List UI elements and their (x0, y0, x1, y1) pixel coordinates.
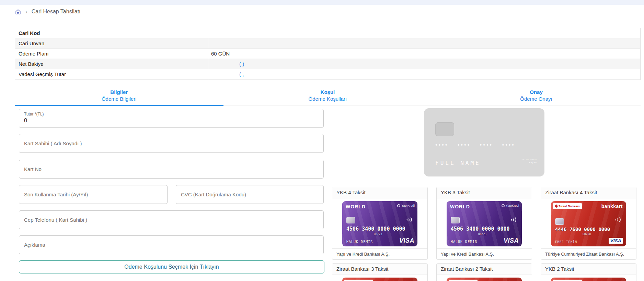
amount-label: Tutar *(TL) (24, 112, 319, 117)
phone-field[interactable] (19, 210, 324, 229)
card-holder: HALUK DEMIR (346, 240, 373, 244)
ziraat-bankkart-card-image: Ziraat Bankası bankkart 4446 7600 0000 0… (342, 278, 417, 281)
installment-title: YKB 3 Taksit (437, 187, 532, 198)
card-number: 4446 7600 0000 0000 (555, 227, 622, 232)
installment-title: YKB 4 Taksit (332, 187, 427, 198)
description-input[interactable] (24, 236, 319, 254)
table-row: Cari Ünvan (15, 38, 640, 49)
expiry-field[interactable] (19, 185, 168, 204)
home-icon[interactable] (15, 9, 21, 15)
installment-title: Ziraat Bankası 3 Taksit (332, 264, 427, 275)
ziraat-bankkart-card-image: Ziraat Bankası bankkart 4446 7600 0000 0… (551, 278, 626, 281)
phone-input[interactable] (24, 211, 319, 229)
contactless-icon (614, 216, 621, 224)
card-holder-name: FULL NAME (435, 160, 481, 166)
ykb-world-card-image: WORLD YapıKredi 4506 3400 0000 0000 08/2… (342, 201, 417, 246)
amount-field[interactable]: Tutar *(TL) (19, 109, 324, 128)
card-number: 4506 3400 0000 0000 (451, 226, 518, 232)
row-label: Ödeme Planı (15, 49, 209, 59)
contactless-icon (509, 216, 517, 224)
ziraat-bank-logo: Ziraat Bankası (553, 203, 582, 209)
expiry-input[interactable] (24, 185, 162, 204)
chevron-right-icon: › (25, 9, 27, 15)
card-chip-icon (346, 217, 355, 223)
row-value: ( ) (209, 59, 640, 69)
row-label: Cari Ünvan (15, 38, 209, 48)
tab-subtitle: Ödeme Onayı (520, 96, 552, 102)
installment-title: YKB 2 Taksit (541, 264, 636, 275)
row-label: Net Bakiye (15, 59, 209, 69)
installment-title: Ziraat Bankası 2 Taksit (437, 264, 532, 275)
installment-option-ykb-2[interactable]: YKB 2 Taksit Ziraat Bankası bankkart 444… (541, 263, 636, 281)
row-value (209, 38, 640, 48)
ykb-bank-logo: YapıKredi (502, 204, 519, 207)
select-payment-condition-button[interactable]: Ödeme Koşulunu Seçmek İçin Tıklayın (19, 260, 324, 273)
cvc-input[interactable] (181, 185, 319, 204)
top-accent-strip (0, 0, 644, 5)
account-info-table: Cari Kod Cari Ünvan Ödeme Planı 60 GÜN N… (15, 28, 641, 80)
tab-odeme-bilgileri[interactable]: Bilgiler Ödeme Bilgileri (15, 85, 223, 106)
breadcrumb: › Cari Hesap Tahsilatı (15, 8, 81, 16)
row-label: Vadesi Geçmiş Tutar (15, 69, 209, 80)
ziraat-bank-logo: Ziraat Bankası (553, 280, 582, 281)
installment-bank-name: Türkiye Cumhuriyeti Ziraat Bankası A.Ş. (541, 248, 636, 260)
valid-thru-value: ••/•• (521, 160, 537, 164)
page-title: Cari Hesap Tahsilatı (32, 9, 81, 15)
card-holder-field[interactable] (19, 134, 324, 153)
row-value (209, 28, 640, 38)
card-number-field[interactable] (19, 160, 324, 179)
card-chip-icon (555, 218, 564, 225)
amount-input[interactable] (24, 118, 319, 124)
payment-steps-tabs: Bilgiler Ödeme Bilgileri Koşul Ödeme Koş… (15, 85, 641, 106)
installment-option-ziraat-2[interactable]: Ziraat Bankası 2 Taksit Ziraat Bankası b… (436, 263, 532, 281)
visa-logo: VISA (609, 238, 623, 244)
row-value: 60 GÜN (209, 49, 640, 59)
installment-card-image: WORLD YapıKredi 4506 3400 0000 0000 08/2… (332, 198, 427, 248)
tab-odeme-onayi[interactable]: Onay Ödeme Onayı (432, 85, 641, 106)
tab-title: Onay (530, 89, 543, 95)
tab-subtitle: Ödeme Koşulları (309, 96, 347, 102)
card-holder-input[interactable] (24, 134, 319, 152)
ykb-bank-logo: YapıKredi (397, 204, 415, 207)
card-expiry: 00/00 (583, 233, 591, 236)
tab-odeme-kosullari[interactable]: Koşul Ödeme Koşulları (223, 85, 432, 106)
card-expiry: 08/23 (478, 233, 486, 236)
installment-option-ziraat-4[interactable]: Ziraat Bankası 4 Taksit Ziraat Bankası b… (541, 187, 636, 260)
card-preview: •••• •••• •••• •••• FULL NAME VALID THRU… (424, 108, 544, 176)
installment-title: Ziraat Bankası 4 Taksit (541, 187, 636, 198)
tab-title: Bilgiler (110, 89, 128, 95)
card-number-input[interactable] (24, 160, 319, 178)
ziraat-bankkart-card-image: Ziraat Bankası bankkart 4446 7600 0000 0… (551, 201, 626, 246)
ziraat-bank-logo: Ziraat Bankası (344, 280, 373, 281)
cari-hesap-tahsilati-page: › Cari Hesap Tahsilatı Cari Kod Cari Ünv… (0, 0, 644, 281)
installment-bank-name: Yapı ve Kredi Bankası A.Ş. (332, 248, 427, 260)
table-row: Cari Kod (15, 28, 640, 38)
card-valid-thru: VALID THRU ••/•• (521, 158, 537, 164)
installment-card-image: WORLD YapıKredi 4506 3400 0000 0000 08/2… (437, 198, 532, 248)
description-field[interactable] (19, 235, 324, 254)
table-row: Ödeme Planı 60 GÜN (15, 49, 640, 59)
card-number: 4506 3400 0000 0000 (346, 226, 413, 232)
row-value: ( , (209, 69, 640, 80)
installment-card-image: Ziraat Bankası bankkart 4446 7600 0000 0… (332, 275, 427, 281)
installment-option-ziraat-3[interactable]: Ziraat Bankası 3 Taksit Ziraat Bankası b… (332, 263, 428, 281)
card-brand-label: WORLD (450, 204, 470, 209)
contactless-icon (405, 216, 413, 224)
installment-card-image: Ziraat Bankası bankkart 4446 7600 0000 0… (541, 275, 636, 281)
installment-option-ykb-3[interactable]: YKB 3 Taksit WORLD YapıKredi 4506 3400 0… (436, 187, 532, 260)
visa-logo: VISA (399, 237, 414, 244)
tab-title: Koşul (321, 89, 335, 95)
card-brand-label: WORLD (346, 204, 366, 209)
visa-logo: VISA (504, 237, 519, 244)
card-expiry: 08/23 (374, 233, 382, 236)
card-chip-icon (451, 217, 460, 223)
card-holder: EMRE TEKİN (555, 240, 577, 244)
installment-card-image: Ziraat Bankası bankkart 4446 7600 0000 0… (437, 275, 532, 281)
ziraat-bank-logo: Ziraat Bankası (449, 280, 478, 281)
installment-bank-name: Yapı ve Kredi Bankası A.Ş. (437, 248, 532, 260)
ziraat-bankkart-card-image: Ziraat Bankası bankkart 4446 7600 0000 0… (447, 278, 522, 281)
row-label: Cari Kod (15, 28, 209, 38)
table-row: Vadesi Geçmiş Tutar ( , (15, 69, 640, 80)
installment-option-ykb-4[interactable]: YKB 4 Taksit WORLD YapıKredi 4506 3400 0… (332, 187, 428, 260)
cvc-field[interactable] (176, 185, 324, 204)
